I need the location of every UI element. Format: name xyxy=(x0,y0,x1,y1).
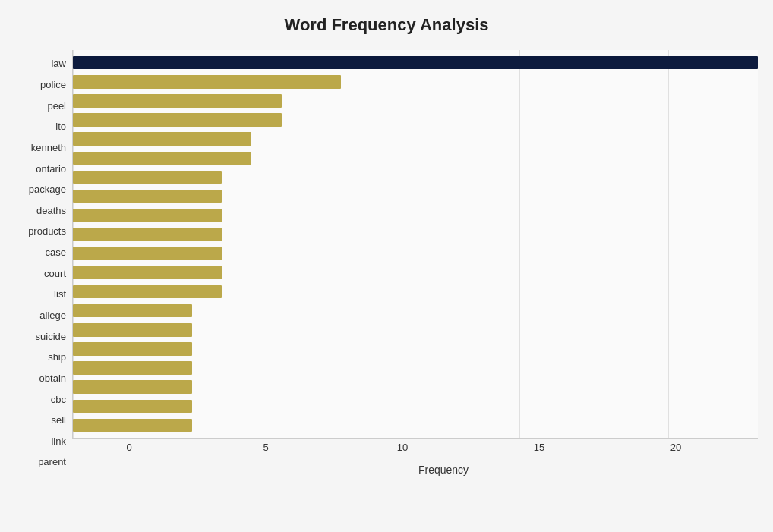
chart-container: Word Frequency Analysis lawpolicepeelito… xyxy=(0,0,773,532)
bars-container xyxy=(73,50,758,438)
y-label-suicide: suicide xyxy=(36,332,66,342)
x-label-5: 5 xyxy=(263,442,268,453)
bar-allege xyxy=(73,285,222,299)
y-label-ito: ito xyxy=(55,121,66,131)
bar-row-ito xyxy=(73,110,758,129)
y-label-package: package xyxy=(29,184,66,194)
bar-link xyxy=(73,400,192,414)
plot-area xyxy=(72,50,758,439)
y-label-list: list xyxy=(54,289,66,299)
y-label-cbc: cbc xyxy=(51,395,66,405)
bar-peel xyxy=(73,94,282,108)
bar-row-list xyxy=(73,263,758,282)
bar-row-parent xyxy=(73,416,758,435)
bar-law xyxy=(73,56,758,70)
bar-row-package xyxy=(73,168,758,187)
y-label-allege: allege xyxy=(39,310,66,320)
y-label-ontario: ontario xyxy=(36,164,66,174)
chart-area: lawpolicepeelitokennethontariopackagedea… xyxy=(15,50,758,476)
bar-ontario xyxy=(73,152,251,165)
y-label-parent: parent xyxy=(38,457,66,467)
bar-case xyxy=(73,228,222,241)
y-label-link: link xyxy=(51,436,66,446)
x-label-20: 20 xyxy=(670,442,681,453)
bar-row-deaths xyxy=(73,187,758,206)
y-label-law: law xyxy=(51,58,66,68)
bar-ito xyxy=(73,113,282,127)
y-label-case: case xyxy=(46,247,66,257)
bar-row-kenneth xyxy=(73,130,758,149)
bar-row-ontario xyxy=(73,149,758,168)
bar-court xyxy=(73,247,222,260)
x-label-0: 0 xyxy=(126,442,131,453)
bar-row-sell xyxy=(73,378,758,397)
bar-row-cbc xyxy=(73,359,758,378)
y-label-police: police xyxy=(40,80,66,90)
chart-title: Word Frequency Analysis xyxy=(15,15,758,35)
x-label-10: 10 xyxy=(397,442,408,453)
y-label-kenneth: kenneth xyxy=(31,143,66,153)
y-label-obtain: obtain xyxy=(39,373,66,383)
bar-cbc xyxy=(73,361,192,375)
y-label-deaths: deaths xyxy=(36,206,66,216)
y-label-sell: sell xyxy=(51,415,66,425)
bar-kenneth xyxy=(73,132,251,146)
y-label-ship: ship xyxy=(48,352,66,362)
bar-row-link xyxy=(73,397,758,416)
y-label-court: court xyxy=(44,269,66,279)
x-label-15: 15 xyxy=(534,442,544,453)
bar-row-court xyxy=(73,244,758,263)
bar-police xyxy=(73,75,341,89)
bar-row-case xyxy=(73,225,758,244)
bar-ship xyxy=(73,323,192,337)
bar-row-suicide xyxy=(73,301,758,320)
bar-row-obtain xyxy=(73,339,758,358)
bar-row-products xyxy=(73,206,758,225)
bar-deaths xyxy=(73,190,222,203)
bar-list xyxy=(73,266,222,279)
bar-obtain xyxy=(73,342,192,356)
y-axis: lawpolicepeelitokennethontariopackagedea… xyxy=(15,50,72,476)
y-label-products: products xyxy=(28,226,66,236)
bar-row-peel xyxy=(73,91,758,110)
bar-row-allege xyxy=(73,282,758,301)
bar-row-law xyxy=(73,53,758,72)
x-axis-wrapper: 05101520 Frequency xyxy=(129,439,758,476)
bar-parent xyxy=(73,419,192,433)
bar-sell xyxy=(73,380,192,394)
bar-package xyxy=(73,171,222,184)
bar-row-ship xyxy=(73,320,758,339)
bar-products xyxy=(73,209,222,222)
bar-suicide xyxy=(73,304,192,318)
y-label-peel: peel xyxy=(47,101,66,111)
x-axis-title: Frequency xyxy=(129,464,758,476)
bar-row-police xyxy=(73,72,758,91)
